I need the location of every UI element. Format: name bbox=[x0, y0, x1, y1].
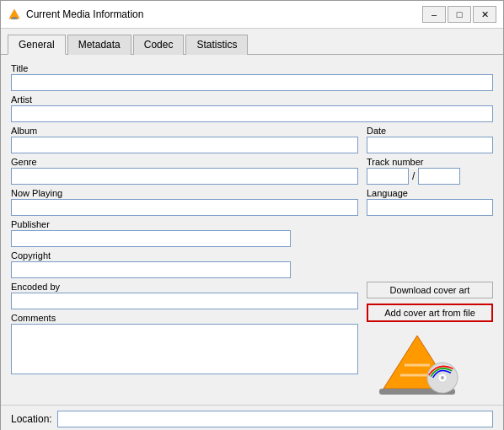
publisher-input[interactable] bbox=[11, 230, 291, 247]
track-separator: / bbox=[412, 170, 415, 182]
encoded-comments-row: Encoded by Comments Download cover art A… bbox=[11, 282, 493, 396]
track-total-input[interactable] bbox=[418, 168, 460, 185]
language-col: Language bbox=[367, 188, 493, 218]
title-input[interactable] bbox=[11, 74, 493, 91]
track-number-label: Track number bbox=[367, 157, 493, 167]
tab-bar: General Metadata Codec Statistics bbox=[1, 29, 503, 55]
tab-codec[interactable]: Codec bbox=[133, 35, 185, 55]
nowplaying-language-row: Now Playing Language bbox=[11, 188, 493, 218]
svg-rect-2 bbox=[11, 19, 18, 19]
title-label: Title bbox=[11, 63, 493, 73]
close-title-button[interactable]: ✕ bbox=[473, 6, 496, 23]
artist-row: Artist bbox=[11, 94, 493, 122]
cover-art-panel: Download cover art Add cover art from fi… bbox=[367, 282, 493, 396]
artist-input[interactable] bbox=[11, 105, 493, 122]
main-window: Current Media Information – □ ✕ General … bbox=[0, 0, 504, 430]
genre-track-row: Genre Track number / bbox=[11, 157, 493, 186]
date-label: Date bbox=[367, 126, 493, 136]
vlc-logo-svg bbox=[371, 331, 464, 395]
download-cover-button[interactable]: Download cover art bbox=[367, 282, 493, 298]
publisher-row: Publisher bbox=[11, 219, 493, 247]
tab-general[interactable]: General bbox=[8, 35, 66, 55]
window-title: Current Media Information bbox=[26, 8, 422, 20]
svg-rect-1 bbox=[12, 17, 17, 19]
artist-label: Artist bbox=[11, 94, 493, 105]
date-col: Date bbox=[367, 126, 493, 155]
copyright-input[interactable] bbox=[11, 261, 291, 278]
location-input[interactable] bbox=[57, 411, 493, 427]
genre-input[interactable] bbox=[11, 168, 358, 185]
language-label: Language bbox=[367, 188, 493, 198]
comments-input[interactable] bbox=[11, 324, 358, 374]
track-number-row: / bbox=[367, 168, 493, 185]
location-section: Location: bbox=[1, 405, 503, 430]
title-bar: Current Media Information – □ ✕ bbox=[1, 1, 503, 29]
now-playing-input[interactable] bbox=[11, 199, 358, 216]
vlc-logo bbox=[367, 329, 468, 396]
genre-col: Genre bbox=[11, 157, 358, 186]
minimize-button[interactable]: – bbox=[422, 6, 446, 23]
encoded-by-input[interactable] bbox=[11, 293, 358, 309]
encoded-by-label: Encoded by bbox=[11, 282, 358, 292]
location-label: Location: bbox=[11, 413, 52, 425]
encoded-comments-col: Encoded by Comments bbox=[11, 282, 358, 376]
genre-label: Genre bbox=[11, 157, 358, 167]
album-col: Album bbox=[11, 126, 358, 155]
date-input[interactable] bbox=[367, 137, 493, 153]
title-controls: – □ ✕ bbox=[422, 6, 496, 23]
title-row: Title bbox=[11, 63, 493, 91]
maximize-button[interactable]: □ bbox=[448, 6, 471, 23]
language-input[interactable] bbox=[367, 199, 493, 216]
album-date-row: Album Date bbox=[11, 126, 493, 155]
now-playing-label: Now Playing bbox=[11, 188, 358, 198]
tab-metadata[interactable]: Metadata bbox=[67, 35, 131, 55]
vlc-icon bbox=[8, 8, 21, 21]
form-content: Title Artist Album Date bbox=[1, 55, 503, 405]
comments-label: Comments bbox=[11, 313, 358, 323]
track-input[interactable] bbox=[367, 168, 409, 185]
copyright-label: Copyright bbox=[11, 250, 493, 261]
tab-statistics[interactable]: Statistics bbox=[185, 35, 248, 55]
copyright-row: Copyright bbox=[11, 250, 493, 278]
nowplaying-col: Now Playing bbox=[11, 188, 358, 218]
publisher-label: Publisher bbox=[11, 219, 493, 229]
album-label: Album bbox=[11, 126, 358, 136]
album-input[interactable] bbox=[11, 137, 358, 153]
add-cover-button[interactable]: Add cover art from file bbox=[367, 304, 493, 322]
track-col: Track number / bbox=[367, 157, 493, 186]
